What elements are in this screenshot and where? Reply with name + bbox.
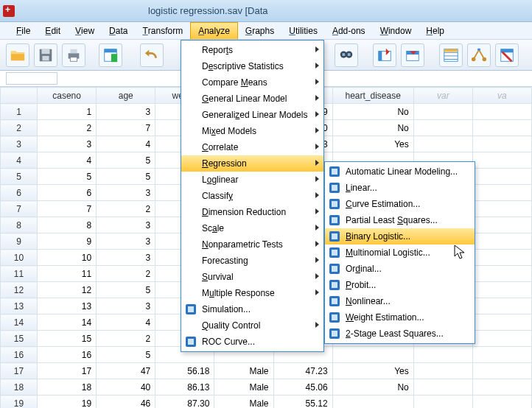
cell[interactable]: 5 bbox=[38, 169, 97, 185]
cell[interactable]: 6 bbox=[38, 185, 97, 201]
menu-item-correlate[interactable]: Correlate bbox=[181, 139, 323, 155]
cell[interactable]: 47 bbox=[97, 363, 155, 379]
row-header[interactable]: 10 bbox=[1, 250, 38, 266]
menu-data[interactable]: Data bbox=[102, 22, 135, 39]
cell[interactable] bbox=[472, 250, 531, 266]
row-header[interactable]: 14 bbox=[1, 314, 38, 331]
cell[interactable] bbox=[472, 120, 531, 136]
menu-item-compare-means[interactable]: Compare Means bbox=[181, 74, 323, 91]
split-file-button[interactable] bbox=[439, 43, 463, 67]
weight-cases-button[interactable] bbox=[467, 43, 491, 67]
menu-item-nonlinear[interactable]: Nonlinear... bbox=[325, 293, 475, 309]
menu-transform[interactable]: Transform bbox=[135, 22, 190, 39]
menu-item-multinomial-logistic[interactable]: Multinomial Logistic... bbox=[325, 245, 475, 261]
cell[interactable] bbox=[413, 120, 472, 136]
cell[interactable]: 2 bbox=[97, 331, 155, 347]
cell[interactable]: 47.23 bbox=[273, 363, 332, 379]
open-button[interactable] bbox=[6, 43, 29, 67]
menu-item-binary-logistic[interactable]: Binary Logistic... bbox=[325, 228, 475, 245]
cell[interactable]: 5 bbox=[97, 169, 155, 185]
print-button[interactable] bbox=[62, 43, 85, 67]
select-cases-button[interactable] bbox=[495, 43, 519, 67]
insert-variable-button[interactable] bbox=[401, 43, 424, 67]
cell[interactable]: 2 bbox=[38, 120, 97, 136]
menu-graphs[interactable]: Graphs bbox=[238, 22, 281, 39]
cell[interactable]: 12 bbox=[38, 282, 97, 298]
menu-item-scale[interactable]: Scale bbox=[181, 220, 323, 236]
menu-item-descriptive-statistics[interactable]: Descriptive Statistics bbox=[181, 58, 323, 74]
menu-item-general-linear-model[interactable]: General Linear Model bbox=[181, 91, 323, 107]
menu-item-roc-curve[interactable]: ROC Curve... bbox=[181, 334, 323, 350]
menu-item-probit[interactable]: Probit... bbox=[325, 277, 475, 293]
cell[interactable]: 3 bbox=[97, 250, 155, 266]
cell[interactable]: 86.13 bbox=[155, 379, 214, 395]
cell[interactable]: 46 bbox=[97, 395, 155, 409]
cell[interactable]: 3 bbox=[97, 104, 155, 120]
cell[interactable]: 16 bbox=[38, 347, 97, 363]
cell[interactable]: 4 bbox=[38, 152, 97, 169]
cell[interactable]: 3 bbox=[97, 298, 155, 314]
row-header[interactable]: 12 bbox=[1, 282, 38, 298]
menu-item-automatic-linear-modeling[interactable]: Automatic Linear Modeling... bbox=[325, 163, 475, 180]
cell[interactable]: No bbox=[332, 104, 413, 120]
cell[interactable]: No bbox=[332, 120, 413, 136]
row-header[interactable]: 15 bbox=[1, 331, 38, 347]
row-header[interactable]: 5 bbox=[1, 169, 38, 185]
menu-item-weight-estimation[interactable]: Weight Estimation... bbox=[325, 309, 475, 326]
cell[interactable] bbox=[413, 104, 472, 120]
cell[interactable]: Male bbox=[214, 363, 273, 379]
cell[interactable] bbox=[332, 395, 413, 409]
menu-window[interactable]: Window bbox=[373, 22, 419, 39]
menu-item-curve-estimation[interactable]: Curve Estimation... bbox=[325, 196, 475, 212]
cell[interactable]: 2 bbox=[97, 201, 155, 217]
row-header[interactable]: 6 bbox=[1, 185, 38, 201]
menu-add-ons[interactable]: Add-ons bbox=[325, 22, 373, 39]
column-header-caseno[interactable]: caseno bbox=[38, 88, 97, 104]
cell[interactable]: 4 bbox=[97, 136, 155, 152]
cell[interactable] bbox=[472, 233, 531, 250]
cell[interactable]: 2 bbox=[97, 266, 155, 282]
cell[interactable] bbox=[472, 314, 531, 331]
save-button[interactable] bbox=[34, 43, 57, 67]
cell[interactable]: 18 bbox=[38, 379, 97, 395]
cell[interactable] bbox=[472, 363, 531, 379]
cell[interactable]: 5 bbox=[97, 282, 155, 298]
menu-item-dimension-reduction[interactable]: Dimension Reduction bbox=[181, 204, 323, 220]
cell[interactable] bbox=[413, 136, 472, 152]
cell[interactable] bbox=[413, 363, 472, 379]
cell[interactable]: 5 bbox=[97, 347, 155, 363]
cell[interactable]: 10 bbox=[38, 250, 97, 266]
cell[interactable]: 45.06 bbox=[273, 379, 332, 395]
cell[interactable]: 9 bbox=[38, 233, 97, 250]
cell[interactable]: 56.18 bbox=[155, 363, 214, 379]
column-header-age[interactable]: age bbox=[97, 88, 155, 104]
menu-item-nonparametric-tests[interactable]: Nonparametric Tests bbox=[181, 236, 323, 253]
cell[interactable] bbox=[472, 347, 531, 363]
row-header[interactable]: 3 bbox=[1, 136, 38, 152]
cell[interactable]: 87.30 bbox=[155, 395, 214, 409]
menu-file[interactable]: File bbox=[9, 22, 38, 39]
table-row[interactable]: 17174756.18Male47.23Yes bbox=[1, 363, 532, 379]
cell[interactable]: 3 bbox=[38, 136, 97, 152]
column-header-var[interactable]: var bbox=[413, 88, 472, 104]
cell[interactable]: No bbox=[332, 379, 413, 395]
menu-utilities[interactable]: Utilities bbox=[281, 22, 325, 39]
row-header[interactable]: 19 bbox=[1, 395, 38, 409]
row-header[interactable]: 4 bbox=[1, 152, 38, 169]
cell[interactable]: 11 bbox=[38, 266, 97, 282]
cell[interactable]: Yes bbox=[332, 136, 413, 152]
cell[interactable]: 8 bbox=[38, 217, 97, 233]
cell[interactable] bbox=[472, 169, 531, 185]
row-header[interactable]: 8 bbox=[1, 217, 38, 233]
cell[interactable] bbox=[472, 266, 531, 282]
cell[interactable]: 17 bbox=[38, 363, 97, 379]
cell[interactable]: 13 bbox=[38, 298, 97, 314]
menu-item-survival[interactable]: Survival bbox=[181, 269, 323, 285]
undo-button[interactable] bbox=[140, 43, 164, 67]
menu-item-multiple-response[interactable]: Multiple Response bbox=[181, 285, 323, 301]
row-header[interactable]: 11 bbox=[1, 266, 38, 282]
menu-item-linear[interactable]: Linear... bbox=[325, 180, 475, 196]
row-header[interactable]: 9 bbox=[1, 233, 38, 250]
cell[interactable] bbox=[472, 136, 531, 152]
menu-edit[interactable]: Edit bbox=[38, 22, 68, 39]
